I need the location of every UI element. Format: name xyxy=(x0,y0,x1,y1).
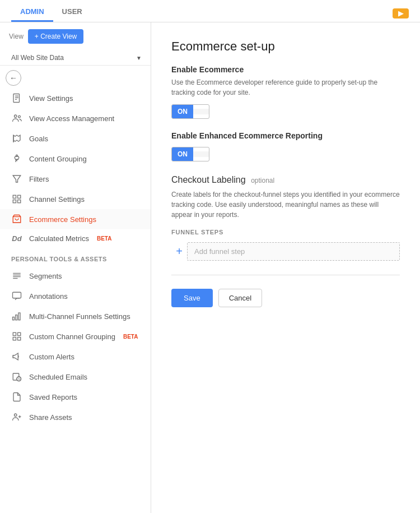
svg-rect-12 xyxy=(18,200,21,203)
beta-badge: BETA xyxy=(123,334,138,340)
toggle-off-area xyxy=(193,109,209,114)
enable-ecommerce-title: Enable Ecommerce xyxy=(171,65,400,74)
svg-rect-23 xyxy=(18,332,21,335)
svg-rect-11 xyxy=(13,200,16,203)
sidebar-item-saved-reports[interactable]: Saved Reports xyxy=(0,387,151,407)
people-icon xyxy=(11,113,22,123)
svg-marker-8 xyxy=(13,175,21,182)
sidebar-item-goals[interactable]: Goals xyxy=(0,128,151,149)
doc-icon xyxy=(11,392,22,402)
segments-icon xyxy=(11,271,22,281)
sidebar-item-custom-alerts[interactable]: Custom Alerts xyxy=(0,346,151,367)
sidebar: View + Create View All Web Site Data ▼ ←… xyxy=(0,22,151,513)
svg-rect-20 xyxy=(16,315,17,320)
sidebar-item-segments[interactable]: Segments xyxy=(0,266,151,286)
sidebar-item-label: Filters xyxy=(29,175,49,183)
enable-enhanced-toggle[interactable]: ON xyxy=(171,147,400,161)
cancel-button[interactable]: Cancel xyxy=(218,289,262,307)
sidebar-item-label: Segments xyxy=(29,272,62,280)
top-badge: ▶ xyxy=(393,8,409,19)
enable-enhanced-section: Enable Enhanced Ecommerce Reporting ON xyxy=(171,131,400,161)
dropdown-arrow-icon[interactable]: ▼ xyxy=(136,55,142,61)
toggle-off-area xyxy=(193,151,209,157)
sidebar-item-label: Saved Reports xyxy=(29,393,77,401)
filter-icon xyxy=(11,174,22,184)
sidebar-item-content-grouping[interactable]: Content Grouping xyxy=(0,149,151,169)
sidebar-item-scheduled-emails[interactable]: Scheduled Emails xyxy=(0,367,151,387)
action-buttons: Save Cancel xyxy=(171,289,400,307)
checkout-labeling-section: Checkout Labeling optional Create labels… xyxy=(171,175,400,261)
sidebar-item-view-access[interactable]: View Access Management xyxy=(0,108,151,128)
sidebar-item-label: Annotations xyxy=(29,292,68,301)
sidebar-item-label: Custom Channel Grouping xyxy=(29,332,115,341)
chat-icon xyxy=(11,291,22,301)
megaphone-icon xyxy=(11,352,22,362)
toggle-on-label: ON xyxy=(172,147,193,161)
sidebar-item-multi-channel-funnels[interactable]: Multi-Channel Funnels Settings xyxy=(0,306,151,326)
checkout-labeling-title: Checkout Labeling xyxy=(171,175,246,184)
checkout-labeling-desc: Create labels for the checkout-funnel st… xyxy=(171,190,400,220)
optional-label: optional xyxy=(251,177,274,184)
sidebar-item-label: Channel Settings xyxy=(29,195,85,204)
sidebar-item-label: Calculated Metrics xyxy=(29,234,89,243)
svg-point-5 xyxy=(18,115,21,118)
divider xyxy=(171,275,400,275)
admin-tab[interactable]: ADMIN xyxy=(11,2,53,22)
plus-button[interactable]: + xyxy=(171,241,187,261)
create-view-button[interactable]: + Create View xyxy=(28,29,84,44)
svg-point-4 xyxy=(15,115,17,118)
document-icon xyxy=(11,93,22,103)
enable-ecommerce-toggle[interactable]: ON xyxy=(171,104,400,119)
enable-ecommerce-section: Enable Ecommerce Use the Ecommerce devel… xyxy=(171,65,400,119)
sidebar-item-calculated-metrics[interactable]: Dd Calculated Metrics BETA xyxy=(0,229,151,248)
people-plus-icon xyxy=(11,412,22,422)
enable-enhanced-title: Enable Enhanced Ecommerce Reporting xyxy=(171,131,400,140)
sidebar-item-label: Share Assets xyxy=(29,413,72,422)
sidebar-item-annotations[interactable]: Annotations xyxy=(0,286,151,306)
sidebar-item-label: Scheduled Emails xyxy=(29,373,87,381)
sidebar-item-label: Multi-Channel Funnels Settings xyxy=(29,312,130,321)
personal-tools-section-label: PERSONAL TOOLS & ASSETS xyxy=(0,248,151,266)
clock-doc-icon xyxy=(11,372,22,382)
enable-ecommerce-desc: Use the Ecommerce developer reference gu… xyxy=(171,77,400,98)
back-button[interactable]: ← xyxy=(6,70,21,86)
sidebar-item-view-settings[interactable]: View Settings xyxy=(0,88,151,108)
svg-rect-21 xyxy=(18,313,20,320)
svg-rect-24 xyxy=(13,338,16,340)
flag-icon xyxy=(11,133,22,144)
sidebar-item-custom-channel-grouping[interactable]: Custom Channel Grouping BETA xyxy=(0,326,151,346)
grid-small-icon xyxy=(11,331,22,341)
main-content: Ecommerce set-up Enable Ecommerce Use th… xyxy=(151,22,420,513)
add-funnel-step-input[interactable]: Add funnel step xyxy=(187,242,400,261)
svg-rect-25 xyxy=(18,338,21,340)
save-button[interactable]: Save xyxy=(171,289,213,307)
view-label: View xyxy=(9,33,24,40)
beta-badge: BETA xyxy=(97,235,111,242)
sidebar-item-filters[interactable]: Filters xyxy=(0,169,151,189)
sidebar-item-label: Ecommerce Settings xyxy=(29,215,96,224)
svg-rect-18 xyxy=(13,292,21,298)
sidebar-item-label: View Access Management xyxy=(29,114,114,123)
dd-icon: Dd xyxy=(11,234,22,243)
sidebar-item-label: Custom Alerts xyxy=(29,353,74,361)
svg-rect-22 xyxy=(13,332,16,335)
person-walk-icon xyxy=(11,154,22,164)
toggle-on-label: ON xyxy=(172,105,193,118)
bar-chart-icon xyxy=(11,311,22,321)
svg-rect-10 xyxy=(18,195,21,198)
all-sites-label: All Web Site Data xyxy=(11,54,64,62)
cart-icon xyxy=(11,214,22,224)
svg-rect-19 xyxy=(13,317,15,320)
funnel-steps-label: FUNNEL STEPS xyxy=(171,229,400,235)
svg-point-30 xyxy=(15,414,17,417)
user-tab[interactable]: USER xyxy=(53,2,91,22)
svg-rect-0 xyxy=(13,94,20,103)
sidebar-item-label: Content Grouping xyxy=(29,155,87,163)
sidebar-item-label: View Settings xyxy=(29,94,73,103)
sidebar-item-channel-settings[interactable]: Channel Settings xyxy=(0,189,151,209)
grid-icon xyxy=(11,194,22,204)
sidebar-item-share-assets[interactable]: Share Assets xyxy=(0,407,151,427)
funnel-step-row: + Add funnel step xyxy=(171,241,400,261)
page-title: Ecommerce set-up xyxy=(171,39,400,54)
sidebar-item-ecommerce-settings[interactable]: Ecommerce Settings xyxy=(0,209,151,229)
